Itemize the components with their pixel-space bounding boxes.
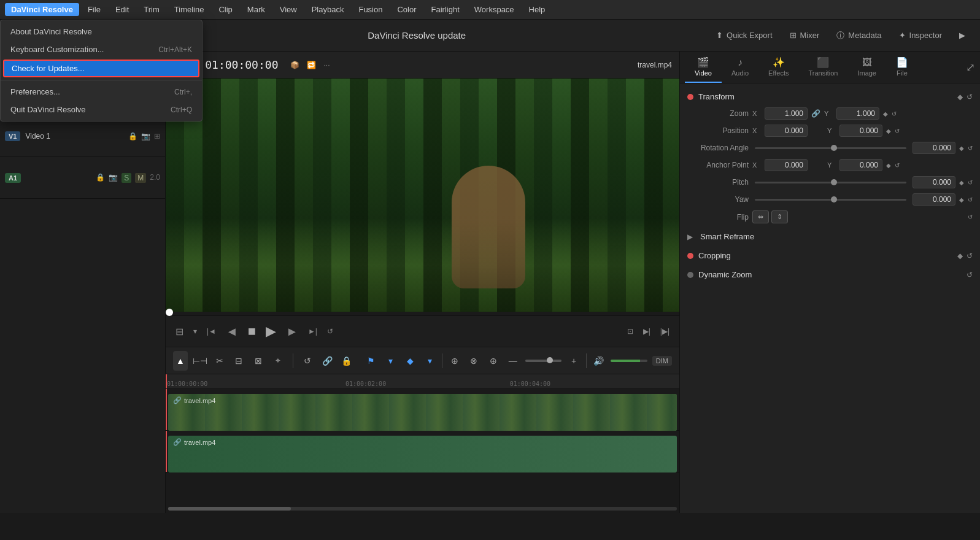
yaw-slider[interactable] [755, 199, 906, 201]
tab-video[interactable]: 🎬 Video [685, 52, 722, 83]
dropdown-preferences[interactable]: Preferences... Ctrl+, [1, 83, 202, 101]
progress-bar[interactable] [166, 312, 679, 315]
zoom-y-input[interactable] [836, 107, 879, 120]
v1-cam-icon[interactable]: 📷 [141, 132, 150, 141]
progress-thumb[interactable] [166, 309, 173, 316]
tab-image[interactable]: 🖼 Image [847, 52, 886, 83]
pitch-reset[interactable]: ↺ [968, 179, 973, 186]
a1-m-btn[interactable]: M [135, 173, 146, 183]
dropdown-keyboard[interactable]: Keyboard Customization... Ctrl+Alt+K [1, 40, 202, 58]
scrollbar-thumb[interactable] [168, 507, 291, 511]
quick-export-button[interactable]: ⬆ Quick Export [711, 28, 777, 42]
zoom-plus-btn[interactable]: + [566, 351, 581, 371]
zoom-custom-btn[interactable]: ⊕ [486, 351, 501, 371]
flip-h-button[interactable]: ⇔ [752, 210, 769, 223]
dynamic-zoom-reset[interactable]: ↺ [966, 271, 973, 279]
pos-x-input[interactable] [765, 125, 808, 137]
rotation-value[interactable] [912, 142, 955, 154]
zoom-timecode-btn[interactable]: ⊗ [466, 351, 481, 371]
flag-btn[interactable]: ⚑ [364, 351, 379, 371]
more-btn[interactable]: ··· [323, 61, 330, 69]
menu-timeline[interactable]: Timeline [168, 2, 210, 17]
v1-grid-icon[interactable]: ⊞ [154, 132, 160, 141]
pitch-value[interactable] [912, 176, 955, 188]
cropping-diamond[interactable]: ◆ [957, 252, 963, 260]
zoom-x-input[interactable] [765, 107, 808, 120]
menu-playback[interactable]: Playback [306, 2, 350, 17]
rotation-slider[interactable] [755, 147, 906, 149]
stop-btn[interactable]: ■ [248, 323, 256, 339]
zoom-link-icon[interactable]: 🔗 [811, 109, 820, 118]
anchor-y-input[interactable] [839, 159, 882, 171]
zoom-slider[interactable] [525, 360, 561, 362]
pos-reset[interactable]: ↺ [895, 128, 900, 134]
inspector-button[interactable]: ✦ Inspector [894, 28, 947, 42]
rotation-reset[interactable]: ↺ [968, 145, 973, 152]
marker-chevron[interactable]: ▾ [422, 351, 437, 371]
skip-end-btn[interactable]: |▶| [660, 327, 669, 336]
expand-button[interactable]: ▶ [954, 28, 970, 42]
horizontal-scrollbar[interactable] [166, 504, 679, 513]
a1-lock-icon[interactable]: 🔒 [96, 173, 105, 183]
flag-chevron[interactable]: ▾ [384, 351, 398, 371]
next-btn[interactable]: ►| [308, 327, 317, 336]
dynamic-trim-tool[interactable]: ⌖ [271, 351, 285, 371]
panel-expand[interactable]: ⤢ [966, 61, 975, 74]
step-fwd-btn[interactable]: ► [286, 325, 298, 339]
pitch-diamond[interactable]: ◆ [959, 179, 964, 186]
razor-tool[interactable]: ✂ [212, 351, 227, 371]
zoom-reset[interactable]: ↺ [892, 110, 897, 117]
v1-clip[interactable]: 🔗 travel.mp4 [168, 394, 677, 431]
rotation-diamond[interactable]: ◆ [959, 145, 964, 152]
select-tool[interactable]: ▲ [173, 351, 188, 371]
menu-trim[interactable]: Trim [137, 2, 166, 17]
menu-help[interactable]: Help [523, 2, 552, 17]
zoom-minus-btn[interactable]: — [506, 351, 520, 371]
cropping-section-header[interactable]: Cropping ◆ ↺ [680, 247, 980, 264]
lock-tool[interactable]: 🔒 [339, 351, 354, 371]
layout-chevron[interactable]: ▾ [193, 327, 197, 336]
link-tool[interactable]: 🔗 [320, 351, 334, 371]
menu-file[interactable]: File [82, 2, 107, 17]
playhead[interactable] [166, 374, 167, 388]
menu-mark[interactable]: Mark [241, 2, 271, 17]
mixer-button[interactable]: ⊞ Mixer [785, 28, 825, 42]
anchor-x-input[interactable] [765, 159, 808, 171]
pos-y-input[interactable] [839, 125, 882, 137]
play-btn[interactable]: ▶ [266, 323, 276, 339]
loop-playback-btn[interactable]: ↺ [327, 327, 333, 336]
tab-effects[interactable]: ✨ Effects [758, 52, 798, 83]
anchor-reset[interactable]: ↺ [895, 162, 900, 169]
smart-reframe-section[interactable]: ▶ Smart Reframe [680, 228, 980, 245]
skip-fwd-btn[interactable]: ▶| [643, 327, 650, 336]
transform-section-header[interactable]: Transform ◆ ↺ [680, 88, 980, 105]
menu-edit[interactable]: Edit [109, 2, 135, 17]
aspect-btn[interactable]: ⊡ [627, 327, 633, 336]
flip-v-button[interactable]: ⇕ [771, 210, 788, 223]
loop-btn[interactable]: 🔁 [307, 61, 316, 69]
curve-tool[interactable]: ↺ [301, 351, 315, 371]
dropdown-quit[interactable]: Quit DaVinci Resolve Ctrl+Q [1, 101, 202, 118]
step-back-btn[interactable]: ◄ [226, 325, 238, 339]
dim-button[interactable]: DIM [652, 356, 672, 366]
menu-view[interactable]: View [274, 2, 303, 17]
a1-s-btn[interactable]: S [122, 173, 131, 183]
yaw-value[interactable] [912, 193, 955, 206]
cropping-reset[interactable]: ↺ [966, 252, 973, 260]
anchor-diamond[interactable]: ◆ [886, 162, 891, 169]
app-brand[interactable]: DaVinci Resolve [5, 3, 79, 16]
pos-diamond[interactable]: ◆ [886, 128, 891, 134]
trim-tool[interactable]: ⊢⊣ [193, 351, 207, 371]
resolution-badge[interactable]: 📦 [290, 61, 299, 69]
volume-icon[interactable]: 🔊 [592, 351, 606, 371]
layout-btn[interactable]: ⊟ [176, 326, 183, 338]
v1-lock-icon[interactable]: 🔒 [128, 132, 137, 141]
volume-slider[interactable] [611, 360, 647, 362]
tab-audio[interactable]: ♪ Audio [722, 52, 758, 83]
marker-btn[interactable]: ◆ [403, 351, 417, 371]
zoom-fit-btn[interactable]: ⊕ [447, 351, 462, 371]
slide-tool[interactable]: ⊠ [251, 351, 266, 371]
dropdown-check-updates[interactable]: Check for Updates... [3, 60, 199, 77]
a1-cam-icon[interactable]: 📷 [109, 173, 118, 183]
a1-clip[interactable]: 🔗 travel.mp4 [168, 436, 677, 472]
